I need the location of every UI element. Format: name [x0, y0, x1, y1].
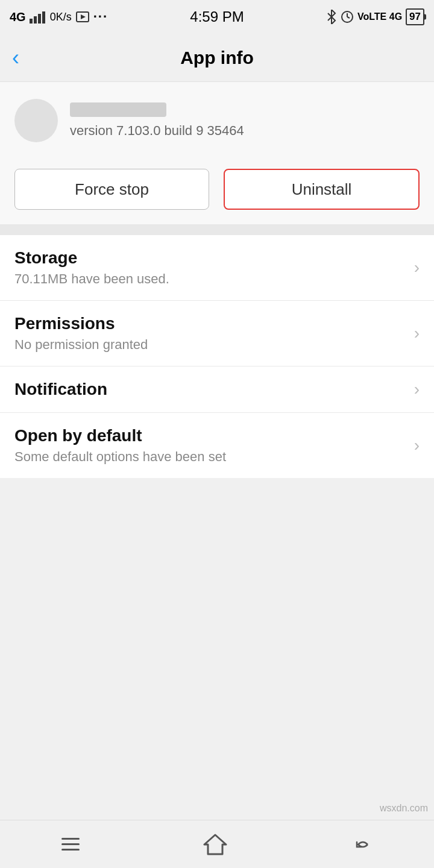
uninstall-button[interactable]: Uninstall [224, 169, 420, 210]
bottom-navigation [0, 820, 434, 868]
media-icon [75, 10, 90, 24]
page-title: App info [180, 48, 254, 68]
speed-text: 0K/s [50, 11, 72, 24]
open-by-default-menu-item[interactable]: Open by default Some default options hav… [0, 413, 434, 478]
notification-content: Notification [14, 380, 107, 399]
volte-badge: VoLTE 4G [357, 11, 402, 22]
storage-content: Storage 70.11MB have been used. [14, 248, 169, 287]
open-by-default-title: Open by default [14, 426, 226, 445]
app-icon [14, 99, 58, 142]
signal-bars-icon [30, 10, 46, 24]
watermark: wsxdn.com [380, 803, 428, 814]
menu-list: Storage 70.11MB have been used. › Permis… [0, 235, 434, 478]
storage-menu-item[interactable]: Storage 70.11MB have been used. › [0, 235, 434, 301]
chevron-right-icon: › [414, 258, 420, 277]
status-left: 4G 0K/s ··· [10, 9, 108, 25]
storage-subtitle: 70.11MB have been used. [14, 271, 169, 287]
section-divider [0, 224, 434, 235]
menu-icon[interactable] [61, 838, 80, 851]
chevron-right-icon: › [414, 436, 420, 455]
svg-rect-2 [38, 14, 41, 24]
chevron-right-icon: › [414, 324, 420, 343]
back-button[interactable]: ‹ [12, 47, 19, 69]
permissions-menu-item[interactable]: Permissions No permission granted › [0, 301, 434, 366]
bluetooth-icon [326, 10, 337, 24]
battery-icon: 97 [406, 8, 424, 25]
permissions-subtitle: No permission granted [14, 337, 148, 353]
svg-rect-3 [42, 11, 45, 24]
home-icon[interactable] [203, 834, 227, 855]
status-time: 4:59 PM [190, 8, 244, 25]
action-buttons-container: Force stop Uninstall [0, 159, 434, 224]
top-navigation: ‹ App info [0, 34, 434, 82]
dots-icon: ··· [93, 9, 108, 25]
open-by-default-content: Open by default Some default options hav… [14, 426, 226, 465]
svg-marker-5 [81, 14, 86, 19]
force-stop-button[interactable]: Force stop [14, 169, 209, 210]
svg-line-8 [347, 17, 350, 18]
app-header: version 7.103.0 build 9 35464 [0, 82, 434, 159]
permissions-content: Permissions No permission granted [14, 314, 148, 353]
chevron-right-icon: › [414, 380, 420, 399]
clock-icon [341, 10, 354, 24]
app-details: version 7.103.0 build 9 35464 [70, 102, 244, 139]
signal-text: 4G [10, 10, 26, 24]
notification-title: Notification [14, 380, 107, 399]
app-version: version 7.103.0 build 9 35464 [70, 123, 244, 139]
open-by-default-subtitle: Some default options have been set [14, 449, 226, 465]
storage-title: Storage [14, 248, 169, 268]
svg-marker-9 [204, 835, 226, 854]
notification-menu-item[interactable]: Notification › [0, 366, 434, 413]
svg-rect-0 [30, 19, 33, 24]
svg-rect-1 [34, 16, 37, 24]
permissions-title: Permissions [14, 314, 148, 333]
back-nav-icon[interactable] [351, 834, 373, 855]
app-name-blurred [70, 102, 166, 117]
status-bar: 4G 0K/s ··· 4:59 PM VoLTE 4G 97 [0, 0, 434, 34]
status-right: VoLTE 4G 97 [326, 8, 424, 25]
